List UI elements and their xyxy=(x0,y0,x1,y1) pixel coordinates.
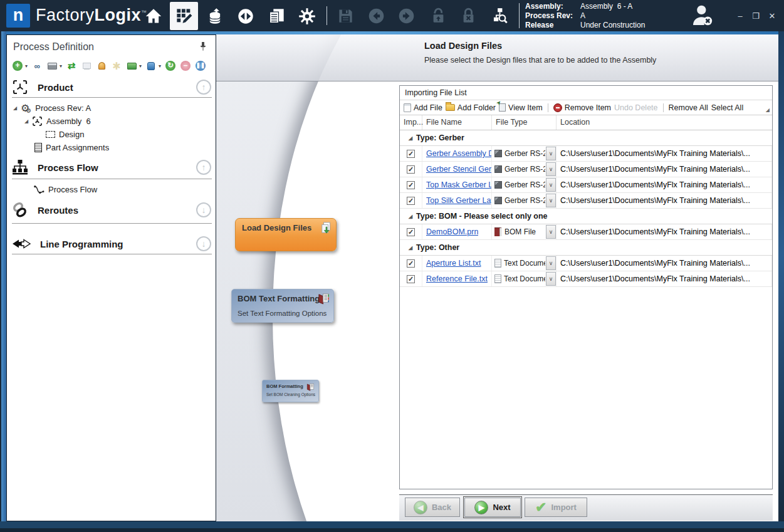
pause-icon[interactable]: ❚❚ xyxy=(195,60,206,71)
gear-icon[interactable]: ✱ xyxy=(111,60,122,71)
exchange-icon[interactable]: ⇄ xyxy=(66,60,77,71)
logout-user-icon[interactable] xyxy=(689,3,718,29)
export-folder-icon[interactable] xyxy=(126,60,137,71)
remove-all-button[interactable]: Remove All xyxy=(669,103,708,112)
process-audit-icon[interactable] xyxy=(486,3,513,28)
collapse-product-button[interactable]: ↑ xyxy=(196,80,211,95)
section-reroutes[interactable]: Reroutes ↓ xyxy=(12,201,211,219)
file-name-link[interactable]: Reference File.txt xyxy=(426,274,488,283)
column-file-type[interactable]: File Type xyxy=(492,115,557,130)
tree-item-part-assignments[interactable]: Part Assignments xyxy=(7,141,217,154)
undo-icon[interactable] xyxy=(363,3,389,28)
redo-icon[interactable] xyxy=(393,3,419,28)
file-type-dropdown[interactable]: ∨ xyxy=(546,225,556,239)
view-item-button[interactable]: View Item xyxy=(499,103,543,112)
expand-line-programming-button[interactable]: ↓ xyxy=(196,236,211,251)
close-button[interactable]: ✕ xyxy=(765,10,779,23)
group-expander-icon[interactable]: ◢ xyxy=(407,135,414,141)
transfer-icon[interactable] xyxy=(231,2,259,30)
import-checkbox[interactable] xyxy=(407,165,415,174)
file-group-header[interactable]: ◢ Type: Other xyxy=(400,240,772,256)
file-name-link[interactable]: Top Silk Gerber Laye... xyxy=(426,196,491,205)
back-button[interactable]: ◀ Back xyxy=(405,498,460,517)
column-imported[interactable]: Imp... xyxy=(400,115,422,130)
column-location[interactable]: Location xyxy=(557,115,772,130)
file-type-label: BOM File xyxy=(504,227,536,236)
toolbar-separator xyxy=(548,103,548,112)
add-file-button[interactable]: Add File xyxy=(404,103,442,112)
file-row: DemoBOM.prn BOM File ∨ C:\Users\user1\Do… xyxy=(400,224,772,240)
expand-reroutes-button[interactable]: ↓ xyxy=(196,202,211,217)
wizard-button-bar: ◀ Back ▶ Next ✔ Import xyxy=(399,494,773,521)
flow-step-load-design-files[interactable]: Load Design Files xyxy=(235,218,337,251)
home-icon[interactable] xyxy=(139,2,167,30)
remove-icon[interactable]: – xyxy=(180,60,191,71)
add-folder-button[interactable]: Add Folder xyxy=(446,103,496,112)
file-group-header[interactable]: ◢ Type: Gerber xyxy=(400,130,772,146)
remove-item-button[interactable]: Remove Item xyxy=(553,103,611,112)
next-button[interactable]: ▶ Next xyxy=(464,498,521,517)
column-file-name[interactable]: File Name xyxy=(422,115,492,130)
import-checkbox[interactable] xyxy=(407,181,415,189)
settings-icon[interactable] xyxy=(293,2,321,30)
print-icon[interactable] xyxy=(46,60,58,71)
tree-item-process-rev[interactable]: ◢ ⚙⚙ Process Rev: A xyxy=(7,102,217,115)
minimize-button[interactable]: – xyxy=(733,10,747,23)
resize-grip-icon[interactable]: ◢ xyxy=(766,107,770,113)
collapse-process-flow-button[interactable]: ↑ xyxy=(196,160,211,175)
select-all-button[interactable]: Select All xyxy=(711,103,743,112)
save-icon[interactable] xyxy=(332,3,358,28)
section-line-programming[interactable]: Line Programming ↓ xyxy=(12,234,211,253)
refresh-icon[interactable]: ↻ xyxy=(165,60,176,71)
section-process-flow[interactable]: Process Flow ↑ xyxy=(12,158,211,177)
export-dropdown-icon[interactable]: ▾ xyxy=(139,63,142,69)
import-checkbox[interactable] xyxy=(407,275,415,283)
add-icon[interactable]: + xyxy=(12,60,23,71)
unlock-icon[interactable] xyxy=(425,3,451,28)
tree-item-process-flow[interactable]: Process Flow xyxy=(7,183,217,196)
tree-item-design[interactable]: Design xyxy=(7,128,217,141)
recycle-dropdown-icon[interactable]: ▾ xyxy=(159,63,161,69)
import-checkbox[interactable] xyxy=(407,228,415,236)
file-group-header[interactable]: ◢ Type: BOM - Please select only one xyxy=(400,209,772,224)
file-name-link[interactable]: Top Mask Gerber La... xyxy=(426,180,491,189)
undo-delete-button[interactable]: Undo Delete xyxy=(614,103,658,112)
file-name-link[interactable]: Gerber Stencil Gerbe... xyxy=(426,165,491,174)
maximize-button[interactable]: ❒ xyxy=(749,10,763,23)
expander-icon[interactable]: ◢ xyxy=(12,105,18,111)
file-name-link[interactable]: Gerber Assembly Dr... xyxy=(426,149,491,158)
print-dropdown-icon[interactable]: ▾ xyxy=(60,63,62,69)
presentation-icon[interactable] xyxy=(81,60,92,71)
import-checkbox[interactable] xyxy=(407,150,415,158)
file-type-dropdown[interactable]: ∨ xyxy=(546,194,556,207)
tree-item-label: Part Assignments xyxy=(46,143,109,152)
bell-icon[interactable] xyxy=(96,60,107,71)
recycle-icon[interactable] xyxy=(145,60,157,71)
pin-icon[interactable] xyxy=(198,41,208,51)
file-type-dropdown[interactable]: ∨ xyxy=(546,147,556,160)
add-dropdown-icon[interactable]: ▾ xyxy=(25,63,28,69)
tree-item-assembly[interactable]: ◢ Assembly 6 xyxy=(7,115,217,128)
group-expander-icon[interactable]: ◢ xyxy=(407,214,414,219)
flow-step-bom-text-formatting[interactable]: BOM Text Formatting Set Text Formatting … xyxy=(231,289,334,323)
flow-step-bom-formatting[interactable]: BOM Formatting Set BOM Cleaning Options xyxy=(262,380,319,402)
import-button[interactable]: ✔ Import xyxy=(525,498,587,517)
file-type-dropdown[interactable]: ∨ xyxy=(546,272,556,286)
file-type-dropdown[interactable]: ∨ xyxy=(546,162,556,176)
file-type-icon xyxy=(494,165,502,173)
lock-release-icon[interactable] xyxy=(455,3,481,28)
section-product[interactable]: Product ↑ xyxy=(12,78,211,96)
file-location: C:\Users\user1\Documents\MyFlx Training … xyxy=(560,180,750,189)
import-checkbox[interactable] xyxy=(407,197,415,205)
reports-icon[interactable] xyxy=(262,2,290,30)
materials-icon[interactable] xyxy=(201,2,229,30)
process-definition-icon[interactable] xyxy=(170,2,198,30)
file-type-dropdown[interactable]: ∨ xyxy=(546,256,556,270)
expander-icon[interactable]: ◢ xyxy=(23,118,29,124)
file-name-link[interactable]: DemoBOM.prn xyxy=(426,227,478,236)
file-type-dropdown[interactable]: ∨ xyxy=(546,178,556,192)
import-checkbox[interactable] xyxy=(407,259,415,268)
file-name-link[interactable]: Aperture List.txt xyxy=(426,259,481,268)
find-icon[interactable]: ∞ xyxy=(31,60,43,71)
group-expander-icon[interactable]: ◢ xyxy=(407,245,414,251)
